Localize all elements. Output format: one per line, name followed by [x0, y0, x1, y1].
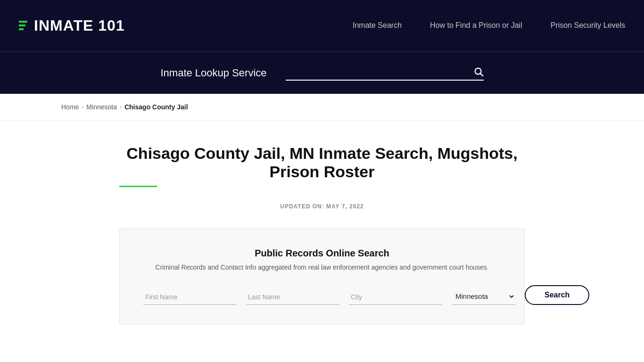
search-button[interactable]: Search [525, 285, 589, 305]
nav-find-prison[interactable]: How to Find a Prison or Jail [430, 21, 522, 29]
first-name-field [143, 289, 237, 305]
navbar: INMATE 101 Inmate Search How to Find a P… [0, 0, 644, 52]
logo-text: INMATE 101 [34, 17, 125, 34]
chevron-icon: › [82, 104, 83, 110]
chevron-icon-2: › [120, 104, 122, 110]
city-field [349, 289, 442, 305]
search-icon-button[interactable] [473, 66, 484, 77]
first-name-input[interactable] [143, 289, 237, 305]
state-select[interactable]: AlabamaAlaskaArizonaArkansasCaliforniaCo… [452, 288, 515, 305]
search-input[interactable] [286, 66, 473, 78]
city-input[interactable] [349, 289, 442, 305]
main-content: Chisago County Jail, MN Inmate Search, M… [110, 121, 534, 338]
search-card: Public Records Online Search Criminal Re… [119, 229, 525, 324]
search-bar-label: Inmate Lookup Service [160, 67, 266, 79]
logo-link[interactable]: INMATE 101 [19, 17, 125, 34]
svg-line-1 [480, 74, 483, 76]
search-form: AlabamaAlaskaArizonaArkansasCaliforniaCo… [143, 285, 501, 305]
search-bar: Inmate Lookup Service [0, 52, 644, 94]
search-card-subtitle: Criminal Records and Contact Info aggreg… [143, 263, 501, 271]
nav-inmate-search[interactable]: Inmate Search [353, 21, 402, 29]
breadcrumb: Home › Minnesota › Chisago County Jail [0, 94, 644, 121]
state-select-wrapper: AlabamaAlaskaArizonaArkansasCaliforniaCo… [452, 288, 515, 305]
breadcrumb-state[interactable]: Minnesota [86, 103, 117, 111]
page-title: Chisago County Jail, MN Inmate Search, M… [119, 144, 525, 187]
nav-security-levels[interactable]: Prison Security Levels [551, 21, 625, 29]
updated-date: UPDATED ON: MAY 7, 2022 [119, 203, 525, 210]
last-name-field [246, 289, 339, 305]
search-input-wrapper [286, 66, 484, 81]
logo-bars-icon [19, 21, 27, 30]
last-name-input[interactable] [246, 289, 339, 305]
search-card-title: Public Records Online Search [143, 248, 501, 259]
breadcrumb-home[interactable]: Home [61, 103, 79, 111]
search-icon [473, 66, 484, 77]
nav-links: Inmate Search How to Find a Prison or Ja… [353, 21, 625, 30]
breadcrumb-current: Chisago County Jail [124, 103, 188, 111]
